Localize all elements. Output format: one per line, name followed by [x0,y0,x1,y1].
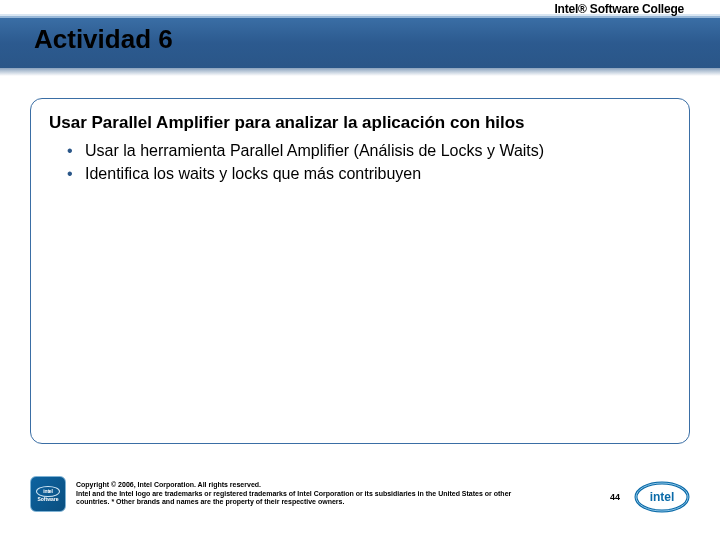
list-item: Identifica los waits y locks que más con… [67,162,671,185]
slide-title: Actividad 6 [34,24,173,55]
intel-software-badge-icon: intel Software [30,476,66,512]
svg-text:intel: intel [650,490,675,504]
brand-top-label: Intel® Software College [554,2,684,16]
legal-text: Copyright © 2006, Intel Corporation. All… [76,481,516,506]
legal-line: Copyright © 2006, Intel Corporation. All… [76,481,516,489]
page-number: 44 [610,492,620,502]
content-subheading: Usar Parallel Amplifier para analizar la… [49,113,671,133]
footer: intel Software Copyright © 2006, Intel C… [30,474,690,514]
badge-sub-text: Software [37,497,58,503]
legal-line: Intel and the Intel logo are trademarks … [76,490,516,507]
content-bullets: Usar la herramienta Parallel Amplifier (… [49,139,671,185]
list-item: Usar la herramienta Parallel Amplifier (… [67,139,671,162]
intel-logo-icon: intel [634,480,690,514]
slide: Intel® Software College Actividad 6 Usar… [0,0,720,540]
content-panel: Usar Parallel Amplifier para analizar la… [30,98,690,444]
